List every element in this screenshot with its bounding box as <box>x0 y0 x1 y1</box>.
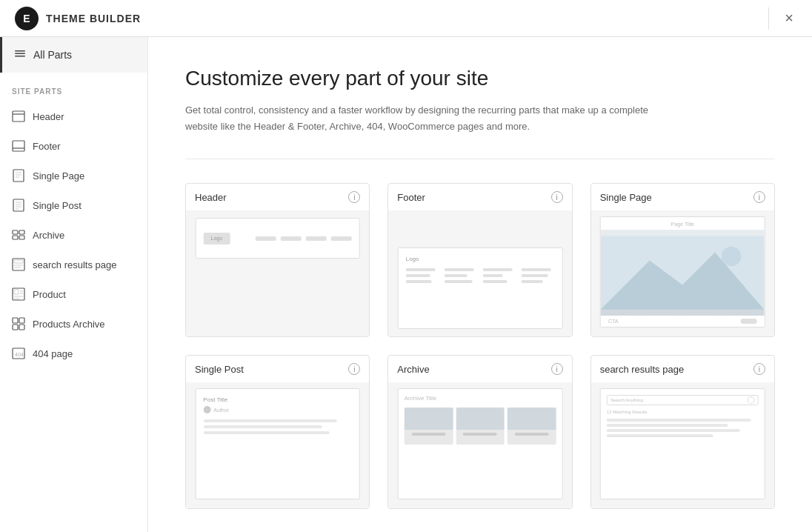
preview-author-avatar <box>203 406 210 413</box>
single-post-preview-inner: Post Title Author <box>195 388 360 499</box>
single-post-card[interactable]: Single Post i Post Title Author <box>185 355 370 509</box>
archive-card-info-icon[interactable]: i <box>551 363 563 375</box>
archive-card[interactable]: Archive i Archive Title <box>387 355 572 509</box>
archive-grid <box>405 408 556 445</box>
footer-card-title: Footer <box>397 192 425 203</box>
footer-col-1 <box>406 268 439 321</box>
preview-footer-logo: Logo <box>406 256 555 262</box>
header-card[interactable]: Header i Logo <box>185 183 370 337</box>
footer-line <box>406 280 432 283</box>
main-layout: All Parts SITE PARTS Header Footer <box>0 37 812 532</box>
footer-preview-inner: Logo <box>398 247 563 329</box>
close-button[interactable]: × <box>781 6 797 30</box>
footer-line <box>483 268 513 271</box>
cards-grid: Header i Logo <box>185 183 775 509</box>
topbar-left: E THEME BUILDER <box>15 7 141 30</box>
search-results-card[interactable]: search results page i Search Anything 12… <box>590 355 775 509</box>
footer-line <box>522 280 543 283</box>
svg-rect-11 <box>13 199 24 211</box>
sidebar-item-single-page[interactable]: Single Page <box>0 161 147 190</box>
svg-rect-17 <box>19 230 24 234</box>
single-page-card-title: Single Page <box>600 192 652 203</box>
sidebar-item-product[interactable]: Product <box>0 279 147 309</box>
archive-img-1 <box>405 408 453 430</box>
post-line <box>203 431 330 434</box>
search-results-card-info-icon[interactable]: i <box>753 363 765 375</box>
sidebar-archive-label: Archive <box>33 230 64 241</box>
search-result-line <box>607 424 728 427</box>
header-icon <box>12 110 25 123</box>
footer-card-preview: Logo <box>388 210 571 336</box>
archive-item-3 <box>508 408 556 445</box>
search-results-card-title: search results page <box>600 364 684 375</box>
preview-post-title: Post Title <box>203 396 352 403</box>
post-line <box>203 419 337 422</box>
sidebar-item-archive[interactable]: Archive <box>0 220 147 250</box>
preview-author-row: Author <box>203 406 352 413</box>
archive-preview-inner: Archive Title <box>398 388 563 499</box>
footer-card[interactable]: Footer i Logo <box>387 183 572 337</box>
single-page-preview-inner: Page Title CTA <box>600 216 765 327</box>
search-results-page-icon <box>12 258 25 271</box>
svg-rect-3 <box>13 111 24 122</box>
sidebar-item-404-page[interactable]: 404 404 page <box>0 339 147 368</box>
sidebar-item-products-archive[interactable]: Products Archive <box>0 309 147 339</box>
svg-rect-30 <box>13 318 18 323</box>
single-page-card[interactable]: Single Page i Page Title <box>590 183 775 337</box>
content-divider <box>185 159 775 159</box>
page-description: Get total control, consistency and a fas… <box>185 102 667 135</box>
single-page-card-header: Single Page i <box>591 184 774 210</box>
archive-item-2 <box>456 408 505 445</box>
footer-line <box>406 274 430 277</box>
sidebar-item-single-post[interactable]: Single Post <box>0 190 147 220</box>
svg-rect-5 <box>13 141 24 151</box>
svg-rect-7 <box>13 170 24 182</box>
sidebar-item-search-results-page[interactable]: search results page <box>0 250 147 279</box>
single-page-card-info-icon[interactable]: i <box>753 191 765 203</box>
preview-search-bar: Search Anything <box>607 395 759 405</box>
sidebar-footer-label: Footer <box>33 141 61 152</box>
preview-search-lines <box>607 419 759 437</box>
products-archive-icon <box>12 317 25 330</box>
header-card-title: Header <box>195 192 227 203</box>
archive-item-1 <box>405 408 453 445</box>
archive-card-title: Archive <box>397 364 429 375</box>
single-post-card-title: Single Post <box>195 364 244 375</box>
preview-cta-area: CTA <box>601 316 765 327</box>
nav-line-4 <box>331 236 352 241</box>
preview-archive-title: Archive Title <box>405 395 556 402</box>
footer-col-2 <box>445 268 477 321</box>
footer-cols <box>406 268 555 321</box>
footer-card-info-icon[interactable]: i <box>551 191 563 203</box>
svg-point-38 <box>722 247 741 266</box>
preview-nav-lines <box>236 236 352 241</box>
sidebar-all-parts[interactable]: All Parts <box>0 37 147 73</box>
footer-col-3 <box>483 268 516 321</box>
svg-rect-19 <box>19 236 24 239</box>
404-icon: 404 <box>12 347 25 360</box>
app-title: THEME BUILDER <box>46 13 141 24</box>
svg-rect-16 <box>13 230 18 234</box>
header-card-info-icon[interactable]: i <box>348 191 360 203</box>
sidebar-item-footer[interactable]: Footer <box>0 131 147 161</box>
single-post-card-info-icon[interactable]: i <box>348 363 360 375</box>
svg-rect-31 <box>19 318 24 323</box>
product-icon <box>12 287 25 301</box>
topbar: E THEME BUILDER × <box>0 0 812 37</box>
footer-col-4 <box>522 268 554 321</box>
sidebar-single-post-label: Single Post <box>33 200 81 211</box>
preview-search-results-count: 12 Matching Results <box>607 410 759 414</box>
preview-search-text: Search Anything <box>610 398 748 402</box>
svg-text:404: 404 <box>15 352 24 357</box>
sidebar-header-label: Header <box>33 111 64 122</box>
sidebar-item-header[interactable]: Header <box>0 102 147 131</box>
preview-page-title: Page Title <box>601 217 765 230</box>
topbar-divider <box>768 7 769 30</box>
search-result-line <box>607 419 751 422</box>
single-post-card-header: Single Post i <box>186 356 369 382</box>
nav-line-3 <box>306 236 327 241</box>
svg-rect-32 <box>13 325 18 330</box>
header-card-preview: Logo <box>186 210 369 336</box>
footer-line <box>445 280 473 283</box>
archive-card-preview: Archive Title <box>388 382 571 508</box>
